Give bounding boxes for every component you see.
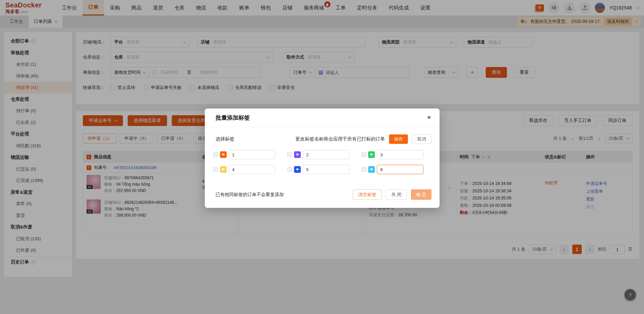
tag-name-input-3[interactable] <box>377 150 423 159</box>
rename-hint-group: 更改标签名称将会应用于所有已打标的订单 保存 取消 <box>295 134 431 144</box>
flag-icon: ⚑ <box>368 166 375 173</box>
modal-header: 批量添加标签 × <box>205 108 440 127</box>
cancel-tag-names-button[interactable]: 取消 <box>412 134 431 144</box>
tag-name-input-2[interactable] <box>303 150 349 159</box>
tag-select-row: 选择标签 更改标签名称将会应用于所有已打标的订单 保存 取消 <box>205 134 440 144</box>
tag-name-input-6[interactable] <box>377 165 423 174</box>
modal-footer: 已有相同标签的订单不会重复添加 清空标签 关 闭 确 定 <box>205 189 440 200</box>
tag-item-1: ⚑ <box>213 150 278 159</box>
close-modal-button[interactable]: 关 闭 <box>386 189 407 200</box>
clear-tags-button[interactable]: 清空标签 <box>353 189 382 200</box>
tag-item-3: ⚑ <box>361 150 426 159</box>
batch-add-tags-modal: 批量添加标签 × 选择标签 更改标签名称将会应用于所有已打标的订单 保存 取消 … <box>205 108 440 208</box>
flag-icon: ⚑ <box>220 166 227 173</box>
modal-title: 批量添加标签 <box>216 114 250 122</box>
save-tag-names-button[interactable]: 保存 <box>389 134 408 144</box>
tag-item-2: ⚑ <box>287 150 352 159</box>
tag-name-input-5[interactable] <box>303 165 349 174</box>
select-tags-label: 选择标签 <box>216 136 234 142</box>
tag-checkbox[interactable] <box>213 167 218 172</box>
order-management-screen: SeaDocker 海多客.com 工作台 订单 采购 商品 退货 仓库 物流 … <box>0 0 644 314</box>
tag-checkbox[interactable] <box>287 152 292 157</box>
flag-icon: ⚑ <box>220 151 227 158</box>
confirm-button[interactable]: 确 定 <box>411 189 431 200</box>
flag-icon: ⚑ <box>368 151 375 158</box>
modal-footer-hint: 已有相同标签的订单不会重复添加 <box>216 192 284 198</box>
modal-footer-buttons: 清空标签 关 闭 确 定 <box>353 189 431 200</box>
rename-hint-text: 更改标签名称将会应用于所有已打标的订单 <box>295 136 385 142</box>
tag-name-input-4[interactable] <box>229 165 275 174</box>
tag-checkbox[interactable] <box>213 152 218 157</box>
tag-checkbox[interactable] <box>287 167 292 172</box>
flag-icon: ⚑ <box>294 151 301 158</box>
tag-item-5: ⚑ <box>287 165 352 174</box>
tag-checkbox[interactable] <box>361 152 366 157</box>
tag-grid: ⚑ ⚑ ⚑ ⚑ ⚑ <box>205 144 440 174</box>
tag-checkbox[interactable] <box>361 167 366 172</box>
flag-icon: ⚑ <box>294 166 301 173</box>
tag-item-6: ⚑ <box>361 165 426 174</box>
modal-close-icon[interactable]: × <box>427 114 431 121</box>
tag-item-4: ⚑ <box>213 165 278 174</box>
tag-name-input-1[interactable] <box>229 150 275 159</box>
